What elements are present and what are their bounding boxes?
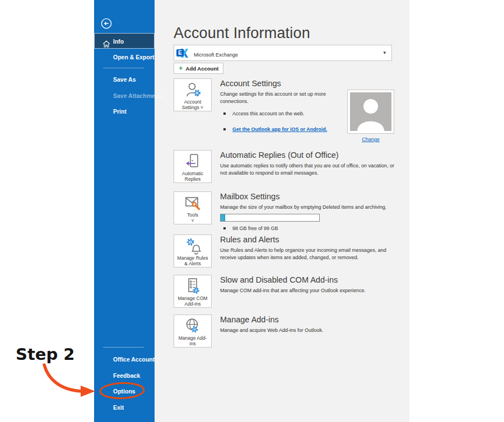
manage-addins-button[interactable]: Manage Add-ins: [174, 315, 212, 348]
sidebar-item-open-export[interactable]: Open & Export: [94, 53, 155, 62]
section-description: Use automatic replies to notify others t…: [220, 162, 402, 177]
svg-text:E: E: [178, 49, 182, 55]
section-title: Rules and Alerts: [220, 235, 402, 244]
bullet-marker: [223, 227, 226, 229]
screenshot-canvas: Step 2 Info: [0, 0, 504, 422]
automatic-replies-button[interactable]: AutomaticReplies: [174, 150, 212, 183]
sidebar-item-office-account[interactable]: Office Account: [94, 355, 155, 364]
section-description: Manage and acquire Web Add-ins for Outlo…: [220, 327, 402, 334]
bullet-item: 98 GB free of 99 GB: [220, 226, 402, 231]
section-description: Manage COM add-ins that are affecting yo…: [220, 287, 402, 294]
profile-photo-frame: [347, 90, 394, 134]
backstage-sidebar: Info Open & Export Save As Save Attachme…: [94, 0, 155, 422]
button-label: AccountSettings ˅: [182, 100, 203, 110]
sidebar-divider: [103, 68, 144, 68]
tools-icon: [183, 194, 202, 213]
sidebar-divider: [103, 347, 144, 348]
mailbox-usage-fill: [221, 214, 225, 221]
sidebar-item-save-as[interactable]: Save As: [94, 75, 155, 85]
automatic-replies-icon: [183, 152, 202, 171]
sidebar-item-feedback[interactable]: Feedback: [94, 371, 155, 381]
tools-button[interactable]: Tools˅: [174, 191, 212, 224]
back-button[interactable]: [101, 18, 112, 29]
sidebar-item-label: Info: [113, 38, 124, 45]
account-selector-value: Microsoft Exchange: [194, 52, 238, 58]
sidebar-item-exit[interactable]: Exit: [94, 403, 155, 412]
annotation-arrow-icon: [32, 360, 100, 397]
sidebar-item-info[interactable]: Info: [94, 33, 155, 49]
account-settings-icon: [183, 81, 202, 100]
section-description: Use Rules and Alerts to help organize yo…: [220, 247, 402, 261]
bullet-marker: [223, 128, 226, 130]
add-account-label: Add Account: [186, 65, 219, 72]
profile-photo: Change: [347, 90, 394, 142]
add-account-button[interactable]: + Add Account: [174, 63, 223, 74]
button-label: Manage Rules& Alerts: [178, 256, 208, 266]
section-title: Automatic Replies (Out of Office): [220, 151, 402, 160]
sidebar-item-print[interactable]: Print: [94, 107, 155, 116]
button-label: AutomaticReplies: [182, 171, 203, 182]
section-description: Change settings for this account or set …: [220, 91, 342, 105]
com-addins-section: Slow and Disabled COM Add-ins Manage COM…: [220, 275, 402, 294]
outlook-backstage-window: Info Open & Export Save As Save Attachme…: [94, 0, 409, 422]
account-settings-button[interactable]: AccountSettings ˅: [174, 78, 212, 111]
step-annotation-label: Step 2: [16, 345, 74, 364]
section-description: Manage the size of your mailbox by empty…: [220, 204, 402, 211]
com-addins-icon: [183, 277, 202, 296]
home-icon: [102, 37, 110, 53]
sidebar-item-save-attachments: Save Attachments: [94, 91, 155, 101]
chevron-down-icon: ▾: [383, 50, 386, 55]
account-information-pane: Account Information E Microsoft Exchange…: [155, 0, 409, 422]
account-selector[interactable]: E Microsoft Exchange ▾: [174, 45, 392, 61]
mailbox-usage-bar: [220, 214, 320, 222]
rules-alerts-icon: [183, 237, 202, 256]
button-label: Manage Add-ins: [179, 336, 207, 346]
change-photo-link[interactable]: Change: [347, 137, 394, 142]
rules-alerts-section: Rules and Alerts Use Rules and Alerts to…: [220, 235, 402, 261]
button-label: Tools˅: [187, 213, 198, 223]
outlook-app-link[interactable]: Get the Outlook app for iOS or Android.: [232, 126, 327, 132]
manage-com-addins-button[interactable]: Manage COMAdd-ins: [174, 275, 212, 308]
arrow-left-circle-icon: [101, 18, 112, 29]
mailbox-settings-section: Mailbox Settings Manage the size of your…: [220, 192, 402, 231]
bullet-item: Access this account on the web.: [220, 111, 342, 116]
bullet-text: Access this account on the web.: [232, 111, 305, 116]
section-title: Manage Add-ins: [220, 315, 402, 324]
bullet-item: Get the Outlook app for iOS or Android.: [220, 126, 342, 132]
exchange-icon: E: [176, 46, 189, 60]
account-settings-section: Account Settings Change settings for thi…: [220, 79, 342, 132]
sidebar-item-options[interactable]: Options: [94, 387, 155, 396]
storage-text: 98 GB free of 99 GB: [232, 226, 278, 231]
person-silhouette-icon: [350, 92, 391, 131]
plus-icon: +: [179, 63, 183, 73]
manage-addins-section: Manage Add-ins Manage and acquire Web Ad…: [220, 315, 402, 334]
page-title: Account Information: [174, 25, 310, 42]
button-label: Manage COMAdd-ins: [178, 296, 208, 307]
manage-rules-button[interactable]: Manage Rules& Alerts: [174, 235, 212, 268]
section-title: Slow and Disabled COM Add-ins: [220, 275, 402, 284]
automatic-replies-section: Automatic Replies (Out of Office) Use au…: [220, 151, 402, 177]
web-addins-icon: [183, 317, 202, 336]
section-title: Account Settings: [220, 79, 342, 88]
section-title: Mailbox Settings: [220, 192, 402, 201]
bullet-marker: [223, 112, 226, 115]
